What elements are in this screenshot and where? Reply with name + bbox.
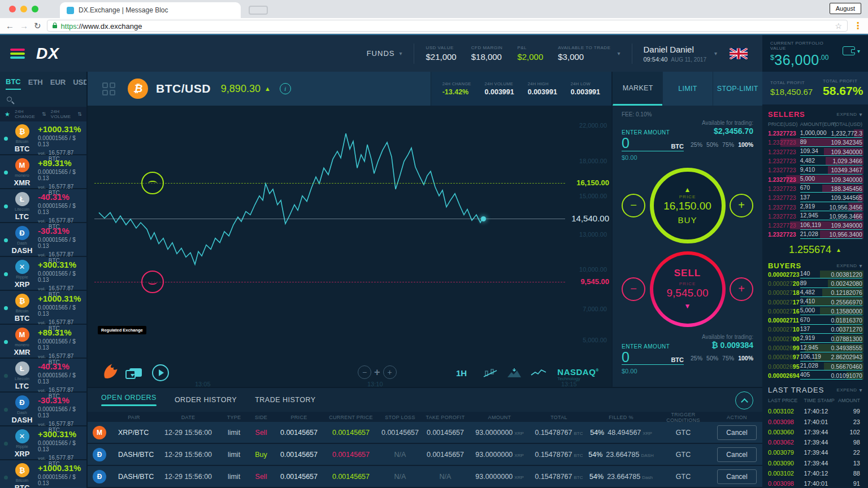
- sell-price-increase-button[interactable]: +: [730, 277, 753, 301]
- buy-price-decrease-button[interactable]: −: [622, 194, 645, 217]
- table-row[interactable]: 1.2327723 2,919 10,956.3456: [768, 202, 862, 211]
- table-row[interactable]: 0.00002694 405 0.01091070: [768, 371, 862, 380]
- orders-tab[interactable]: OPEN ORDERS: [101, 394, 157, 406]
- bookmark-star-icon[interactable]: ☆: [835, 21, 842, 30]
- funds-dropdown[interactable]: FUNDS ▾: [367, 49, 403, 58]
- table-row[interactable]: 1.2327723 106,119 109.349000: [768, 221, 862, 230]
- favorites-star-icon[interactable]: ★: [5, 111, 10, 118]
- list-item[interactable]: ✕ Ripple XRP +300.31% 0.00001565 / $ 0.1…: [0, 257, 86, 291]
- sellers-expand-button[interactable]: EXPEND▾: [837, 111, 862, 117]
- table-row[interactable]: 1.2327723 109.34 109.340000: [768, 147, 862, 156]
- stats-chevron-icon[interactable]: ▾: [617, 50, 620, 56]
- percent-button[interactable]: 100%: [738, 141, 753, 148]
- cancel-button[interactable]: Cancel: [717, 425, 756, 440]
- layout-grid-icon[interactable]: [102, 82, 115, 95]
- list-item[interactable]: Đ Dash DASH -30.31% 0.00001565 / $ 0.13 …: [0, 393, 86, 426]
- sell-price-line[interactable]: [94, 282, 565, 282]
- percent-button[interactable]: 100%: [738, 355, 753, 361]
- list-item[interactable]: ₿ Bitcoin BTC +1000.31% 0.00001565 / $ 0…: [0, 291, 86, 325]
- sort-icon[interactable]: ⇅: [42, 111, 46, 117]
- table-row[interactable]: 1.2327723 5,000 109.340000: [768, 175, 862, 184]
- browser-tab[interactable]: DX.Exchange | Message Bloc: [60, 2, 241, 18]
- sell-price-decrease-button[interactable]: −: [622, 277, 645, 301]
- table-row[interactable]: 1.2327723 9,410 10349.3467: [768, 165, 862, 175]
- close-window-icon[interactable]: [9, 6, 16, 12]
- buy-button[interactable]: ▲ PRICE 16,150.00 BUY: [650, 168, 726, 243]
- sell-line-handle[interactable]: [141, 271, 164, 293]
- order-type-tab[interactable]: MARKET: [613, 72, 662, 106]
- table-row[interactable]: 0.00002695 21,028 0.56670460: [768, 362, 862, 371]
- list-item[interactable]: Ł Litecoin LTC -40.31% 0.00001565 / $ 0.…: [0, 359, 86, 393]
- order-type-tab[interactable]: LIMIT: [662, 72, 712, 106]
- order-type-tab[interactable]: STOP-LIMIT: [713, 72, 762, 106]
- new-tab-button[interactable]: [249, 6, 268, 15]
- info-icon[interactable]: i: [280, 83, 291, 94]
- percent-button[interactable]: 25%: [691, 141, 702, 148]
- buy-line-handle[interactable]: [141, 172, 164, 194]
- list-item[interactable]: M monero XMR +89.31% 0.00001565 / $ 0.13…: [0, 155, 86, 189]
- quote-tab[interactable]: USDT: [73, 73, 88, 89]
- uk-flag-icon[interactable]: [730, 48, 748, 59]
- area-chart-icon[interactable]: [507, 368, 522, 378]
- table-row[interactable]: 1.2327723 4,482 1,029.3466: [768, 156, 862, 165]
- list-item[interactable]: Ł Litecoin LTC -40.31% 0.00001565 / $ 0.…: [0, 189, 86, 223]
- maximize-window-icon[interactable]: [32, 6, 38, 12]
- search-input[interactable]: [0, 91, 86, 107]
- list-item[interactable]: M monero XMR +89.31% 0.00001565 / $ 0.13…: [0, 325, 86, 359]
- list-item[interactable]: Đ Dash DASH -30.31% 0.00001565 / $ 0.13 …: [0, 223, 86, 257]
- buyers-expand-button[interactable]: EXPEND▾: [837, 263, 862, 269]
- table-row[interactable]: 0.00002710 137 0.00371270: [768, 325, 862, 334]
- table-row[interactable]: 0.00002700 2,919 0.07881300: [768, 334, 862, 343]
- list-item[interactable]: ✕ Ripple XRP +300.31% 0.00001565 / $ 0.1…: [0, 426, 86, 460]
- table-row[interactable]: 0.00002697 106,119 2.86202943: [768, 352, 862, 361]
- dx-flame-icon[interactable]: [101, 362, 119, 380]
- table-row[interactable]: 0.00002717 9,410 0.25566970: [768, 297, 862, 306]
- cancel-button[interactable]: Cancel: [717, 447, 756, 462]
- sort-change-label[interactable]: 24H CHANGE: [15, 109, 37, 119]
- sell-amount-input[interactable]: 0 BTC: [622, 351, 684, 365]
- play-icon[interactable]: [152, 364, 169, 381]
- table-row[interactable]: 1.2327723 12,945 10,956.3466: [768, 212, 862, 221]
- percent-button[interactable]: 50%: [706, 141, 718, 148]
- sell-button[interactable]: SELL PRICE 9,545.00 ▼: [650, 251, 726, 327]
- address-bar[interactable]: https://www.dx.exchange ☆: [47, 20, 848, 32]
- zoom-out-icon[interactable]: −: [358, 365, 371, 379]
- table-row[interactable]: 1.2327723 89 109.342345: [768, 138, 862, 147]
- interval-button[interactable]: 1H: [456, 368, 467, 378]
- collapse-panel-button[interactable]: [735, 391, 753, 409]
- table-row[interactable]: 0.00002699 12,945 0.34938555: [768, 343, 862, 352]
- hamburger-menu-icon[interactable]: [10, 49, 25, 59]
- sort-volume-label[interactable]: 24H VOLUME: [51, 109, 73, 119]
- orders-tab[interactable]: ORDER HISTORY: [175, 396, 237, 404]
- cancel-button[interactable]: Cancel: [717, 469, 756, 484]
- chat-icon[interactable]: [129, 368, 142, 377]
- user-menu[interactable]: Daniel Daniel 09:54:40AUG 11, 2017 ▾: [644, 45, 718, 63]
- table-row[interactable]: 0.00002716 5,000 0.13580000: [768, 307, 862, 316]
- trades-expand-button[interactable]: EXPEND▾: [837, 387, 862, 393]
- line-chart-icon[interactable]: [531, 368, 546, 377]
- minimize-window-icon[interactable]: [20, 6, 27, 12]
- quote-tab[interactable]: EUR: [50, 73, 66, 89]
- price-chart[interactable]: 22,000.0018,000.0015,000.0013,000.0010,0…: [88, 106, 611, 387]
- candlestick-chart-icon[interactable]: [483, 368, 498, 378]
- browser-menu-icon[interactable]: ⋮: [853, 20, 862, 31]
- refresh-icon[interactable]: ↻: [34, 21, 41, 30]
- table-row[interactable]: 0.00002711 670 0.01816370: [768, 316, 862, 325]
- list-item[interactable]: ₿ Bitcoin BTC +1000.31% 0.00001565 / $ 0…: [0, 121, 86, 155]
- percent-button[interactable]: 75%: [722, 355, 734, 361]
- percent-button[interactable]: 50%: [706, 355, 718, 361]
- crosshair-icon[interactable]: +: [374, 367, 380, 378]
- forward-icon[interactable]: →: [20, 21, 28, 30]
- percent-button[interactable]: 25%: [691, 355, 702, 361]
- orders-tab[interactable]: TRADE HISTORY: [255, 396, 315, 404]
- percent-button[interactable]: 75%: [722, 141, 734, 148]
- table-row[interactable]: 0.00002720 89 0.00242080: [768, 279, 862, 288]
- wallet-dropdown[interactable]: ▾: [843, 46, 860, 55]
- list-item[interactable]: ₿ Bitcoin BTC +1000.31% 0.00001565 / $ 0…: [0, 460, 86, 488]
- table-row[interactable]: 0.00002718 4,482 0.12182076: [768, 288, 862, 297]
- sort-icon[interactable]: ⇅: [77, 111, 82, 117]
- back-icon[interactable]: ←: [6, 21, 14, 30]
- buy-amount-input[interactable]: 0 BTC: [622, 137, 684, 151]
- table-row[interactable]: 1.2327723 137 109.344565: [768, 193, 862, 202]
- quote-tab[interactable]: ETH: [28, 73, 43, 89]
